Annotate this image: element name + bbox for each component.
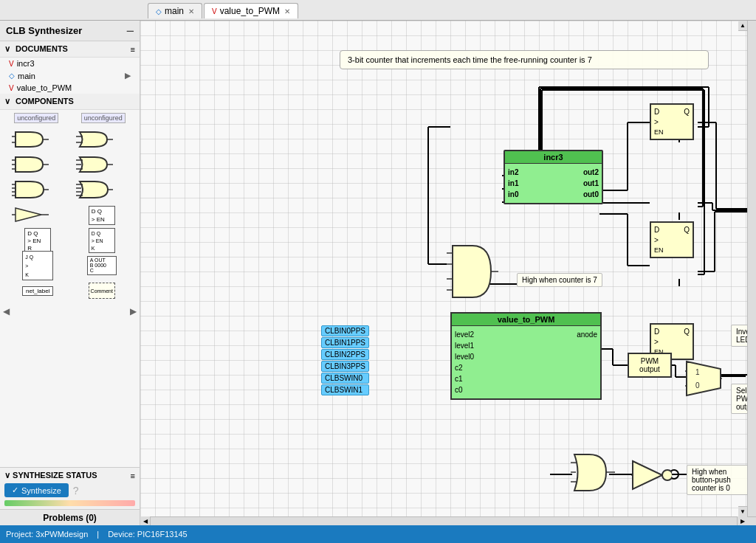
incr3-right-ports: out2 out1 out0: [554, 167, 599, 200]
vtopwm-level2: level2: [455, 329, 526, 340]
tab-vtopwm-icon: V: [212, 7, 217, 15]
dff-top-q-label: Q: [684, 108, 690, 116]
mux-2to1[interactable]: 1 0: [685, 360, 722, 399]
vtopwm-level0: level0: [455, 351, 526, 362]
comp-or-4in[interactable]: [76, 179, 128, 201]
doc-main-icon: ◇: [9, 72, 15, 80]
doc-item-main[interactable]: ◇ main ▶: [0, 69, 140, 82]
dff-top-en-label: EN: [654, 128, 664, 136]
status-bar: Project: 3xPWMdesign | Device: PIC16F131…: [0, 525, 756, 543]
doc-item-incr3[interactable]: V incr3: [0, 58, 140, 69]
comp-dff-r[interactable]: D Q > EN R: [12, 229, 63, 252]
components-section-header[interactable]: ∨ COMPONENTS: [0, 94, 140, 110]
comp-dff-rk[interactable]: D Q > EN K: [76, 229, 128, 252]
synth-progress-bar: [4, 500, 135, 506]
incr3-out1: out1: [554, 178, 599, 189]
tab-vtopwm-close[interactable]: ✕: [284, 7, 290, 15]
doc-vtopwm-label: value_to_PWM: [17, 83, 72, 92]
svg-marker-24: [16, 208, 41, 221]
canvas-scroll-up-btn[interactable]: ▲: [738, 21, 747, 31]
circuit-comment: 3-bit counter that increments each time …: [340, 50, 709, 69]
comp-or-3in[interactable]: [76, 154, 128, 176]
comp-and-4in[interactable]: [12, 179, 63, 201]
tab-main-close[interactable]: ✕: [188, 7, 194, 15]
vtopwm-block[interactable]: value_to_PWM level2 level1 level0 c2 c1 …: [450, 312, 602, 400]
dff-mid-clk-icon: >: [654, 236, 659, 244]
dff-bot-q-label: Q: [684, 328, 690, 336]
documents-section-header[interactable]: ∨ DOCUMENTS ≡: [0, 41, 140, 58]
comp-triangle[interactable]: [12, 204, 63, 226]
comp-comment[interactable]: Comment: [76, 280, 128, 302]
synth-btn-icon: ✓: [12, 485, 18, 495]
doc-incr3-label: incr3: [17, 59, 35, 68]
comp-row-4: D Q > EN: [3, 203, 137, 228]
comp-dff[interactable]: D Q > EN: [76, 204, 128, 226]
input-pin-clbswin0: CLBSWIN0: [321, 373, 369, 384]
sidebar-scroll-right[interactable]: ▶: [130, 306, 137, 317]
sidebar-title: CLB Synthesizer: [6, 25, 82, 36]
synth-header: ∨ SYNTHESIZE STATUS ≡: [4, 471, 135, 480]
docs-label: DOCUMENTS: [16, 44, 68, 53]
dff-mid[interactable]: D Q > EN: [650, 221, 694, 258]
components-area: D Q > EN D Q > EN R D Q: [0, 126, 140, 305]
sidebar-minimize-btn[interactable]: ─: [127, 25, 134, 36]
canvas-scroll-vertical[interactable]: [747, 21, 756, 525]
canvas-scroll-horizontal[interactable]: [140, 516, 756, 525]
comp-or-2in-1[interactable]: [76, 129, 128, 151]
vtopwm-c1: c1: [455, 373, 526, 384]
comp-net-label[interactable]: net_label: [12, 280, 63, 302]
buffer-bottom[interactable]: [631, 460, 672, 493]
comp-jk[interactable]: J Q > K: [12, 255, 63, 277]
canvas-scroll-left-btn[interactable]: ◀: [140, 516, 151, 525]
incr3-title: incr3: [505, 151, 602, 164]
docs-menu-icon[interactable]: ≡: [131, 45, 135, 54]
incr3-in0: in0: [508, 189, 554, 200]
doc-vtopwm-icon: V: [9, 84, 14, 92]
docs-list: V incr3 ◇ main ▶ V value_to_PWM: [0, 58, 140, 94]
dff-mid-q-label: Q: [684, 226, 690, 234]
input-pin-clbin0: CLBIN0PPS: [321, 325, 369, 336]
pwm-output-box: PWM output: [628, 353, 672, 378]
status-device: Device: PIC16F13145: [108, 530, 188, 539]
canvas-scroll-right-btn[interactable]: ▶: [737, 516, 747, 525]
comp-row-6: J Q > K A OUT B 0000 C: [3, 253, 137, 278]
comps-arrow: ∨: [4, 97, 10, 106]
unconfig-label-2: unconfigured: [81, 113, 126, 123]
incr3-out0: out0: [554, 189, 599, 200]
comp-row-7: net_label Comment: [3, 278, 137, 303]
synthesize-button[interactable]: ✓ Synthesize: [4, 483, 69, 497]
sidebar: CLB Synthesizer ─ ∨ DOCUMENTS ≡ V incr3 …: [0, 21, 140, 525]
comp-and-2in-1[interactable]: [12, 129, 63, 151]
tab-main[interactable]: ◇ main ✕: [148, 3, 202, 18]
dff-mid-d-label: D: [654, 226, 659, 234]
unconfig-row: unconfigured unconfigured: [0, 110, 140, 126]
and-gate-enable[interactable]: [447, 242, 498, 303]
vtopwm-level1: level1: [455, 340, 526, 351]
incr3-in2: in2: [508, 167, 554, 178]
vtopwm-ports: level2 level1 level0 c2 c1 c0 anode: [452, 326, 600, 398]
comp-and-3in[interactable]: [12, 154, 63, 176]
vtopwm-anode: anode: [526, 329, 598, 340]
svg-text:0: 0: [695, 381, 700, 390]
doc-item-vtopwm[interactable]: V value_to_PWM: [0, 82, 140, 94]
incr3-block[interactable]: incr3 in2 in1 in0 out2 out1 out0: [504, 150, 603, 204]
or-gate-bottom[interactable]: [571, 452, 615, 495]
synth-btn-label: Synthesize: [21, 486, 61, 495]
doc-main-play-btn[interactable]: ▶: [125, 71, 131, 80]
tab-value_to_PWM[interactable]: V value_to_PWM ✕: [204, 3, 298, 18]
tab-vtopwm-label: value_to_PWM: [220, 6, 280, 16]
svg-marker-94: [687, 362, 721, 395]
canvas-scroll-down-btn[interactable]: ▼: [738, 506, 747, 516]
sidebar-scroll-left[interactable]: ◀: [3, 306, 10, 317]
input-pin-clbin2: CLBIN2PPS: [321, 349, 369, 360]
dff-mid-en-label: EN: [654, 246, 664, 254]
incr3-ports: in2 in1 in0 out2 out1 out0: [505, 164, 602, 203]
synth-help-icon[interactable]: ?: [73, 485, 79, 497]
synth-panel: ∨ SYNTHESIZE STATUS ≡ ✓ Synthesize ?: [0, 467, 140, 509]
canvas-area[interactable]: 3-bit counter that increments each time …: [140, 21, 756, 525]
doc-main-label: main: [18, 72, 35, 80]
high-when-0-label: High when button-push counter is 0: [687, 465, 756, 495]
dff-top[interactable]: D Q > EN: [650, 103, 694, 140]
synth-menu-icon[interactable]: ≡: [131, 471, 135, 480]
comp-counter[interactable]: A OUT B 0000 C: [76, 255, 128, 277]
